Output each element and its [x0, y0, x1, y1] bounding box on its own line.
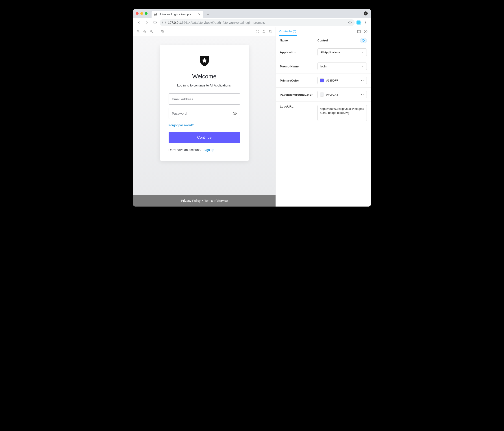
fullscreen-icon[interactable] — [255, 30, 259, 33]
primary-color-input[interactable]: #635DFF <> — [317, 77, 367, 84]
header-name: Name — [280, 39, 317, 42]
logo-url-textarea[interactable]: https://auth0.design/static/images/auth0… — [317, 105, 367, 121]
addon-tabs: Controls (5) — [276, 27, 371, 36]
viewport-icon[interactable] — [161, 30, 164, 33]
zoom-out-icon[interactable] — [143, 30, 147, 33]
url-input[interactable]: 127.0.0.1:56614/data/storybook/?path=/st… — [160, 19, 355, 26]
browser-tab[interactable]: Universal Login - Prompts · St — [152, 11, 203, 18]
signup-link[interactable]: Sign up — [204, 148, 214, 152]
content-area: Welcome Log in to to continue to All App… — [133, 27, 371, 207]
control-primary-color: PrimaryColor #635DFF <> — [276, 73, 371, 88]
password-field[interactable]: Password — [169, 108, 240, 119]
traffic-lights — [136, 9, 152, 18]
color-format-toggle[interactable]: <> — [361, 93, 364, 96]
reset-controls-button[interactable] — [360, 38, 367, 43]
control-logo-url: LogoURL https://auth0.design/static/imag… — [276, 102, 371, 124]
header-control: Control — [317, 39, 360, 42]
address-bar: 127.0.0.1:56614/data/storybook/?path=/st… — [133, 18, 371, 27]
resize-handle-icon[interactable] — [364, 118, 366, 120]
color-format-toggle[interactable]: <> — [361, 79, 364, 82]
forgot-password-link[interactable]: Forgot password? — [169, 123, 194, 127]
controls-tab[interactable]: Controls (5) — [279, 27, 297, 36]
tab-bar: Universal Login - Prompts · St — [133, 9, 371, 18]
preview-frame: Welcome Log in to to continue to All App… — [133, 36, 276, 207]
share-icon[interactable] — [262, 30, 266, 33]
minimize-window-button[interactable] — [140, 12, 143, 15]
browser-menu-button[interactable] — [363, 20, 369, 26]
tab-title: Universal Login - Prompts · St — [159, 13, 196, 16]
chevron-down-icon — [361, 51, 364, 53]
zoom-window-button[interactable] — [145, 12, 147, 15]
terms-link[interactable]: Terms of Service — [204, 199, 228, 202]
auth0-badge-icon — [199, 56, 210, 67]
panel-position-icon[interactable] — [357, 30, 361, 34]
chevron-down-icon — [361, 65, 364, 68]
url-text: 127.0.0.1:56614/data/storybook/?path=/st… — [168, 21, 346, 24]
continue-button[interactable]: Continue — [169, 132, 240, 143]
preview-footer: Privacy Policy • Terms of Service — [133, 195, 276, 207]
control-prompt-name: PromptName login — [276, 59, 371, 73]
tabstrip-menu-button[interactable] — [364, 11, 368, 16]
signup-row: Don't have an account? Sign up — [169, 148, 214, 152]
close-tab-icon[interactable] — [198, 13, 201, 16]
close-panel-icon[interactable] — [364, 30, 368, 34]
site-info-icon[interactable] — [162, 21, 166, 24]
back-button[interactable] — [135, 19, 142, 26]
password-placeholder: Password — [172, 112, 187, 115]
login-subtitle: Log in to to continue to All Application… — [177, 84, 232, 87]
application-select[interactable]: All Applications — [317, 48, 367, 56]
show-password-icon[interactable] — [233, 111, 237, 116]
svg-rect-8 — [357, 30, 360, 33]
forward-button[interactable] — [144, 19, 150, 26]
privacy-link[interactable]: Privacy Policy — [181, 199, 200, 202]
zoom-in-icon[interactable] — [136, 30, 140, 33]
zoom-reset-icon[interactable] — [150, 30, 153, 33]
primary-color-swatch — [320, 79, 324, 82]
control-application: Application All Applications — [276, 45, 371, 59]
login-card: Welcome Log in to to continue to All App… — [160, 45, 249, 161]
prompt-name-select[interactable]: login — [317, 62, 367, 70]
control-page-bg-color: PageBackgroundColor #F0F1F3 <> — [276, 88, 371, 102]
canvas-toolbar — [133, 27, 276, 36]
controls-panel: Controls (5) Name Control Application Al… — [276, 27, 371, 207]
bookmark-icon[interactable] — [348, 21, 352, 25]
copy-icon[interactable] — [269, 30, 272, 33]
email-placeholder: Email address — [172, 97, 193, 101]
page-bg-color-input[interactable]: #F0F1F3 <> — [317, 91, 367, 98]
svg-rect-6 — [270, 31, 272, 33]
reload-button[interactable] — [152, 19, 158, 26]
svg-marker-0 — [348, 21, 352, 24]
controls-header: Name Control — [276, 36, 371, 45]
extension-icon[interactable] — [356, 20, 361, 25]
browser-window: Universal Login - Prompts · St 127.0.0.1… — [133, 9, 371, 207]
story-canvas: Welcome Log in to to continue to All App… — [133, 27, 276, 207]
email-field[interactable]: Email address — [169, 93, 240, 105]
svg-point-7 — [234, 113, 235, 114]
new-tab-button[interactable] — [205, 11, 211, 17]
globe-icon — [154, 13, 157, 16]
no-account-text: Don't have an account? — [169, 148, 202, 152]
toolbar-separator — [157, 29, 157, 34]
close-window-button[interactable] — [136, 12, 139, 15]
footer-separator: • — [202, 199, 203, 202]
page-bg-swatch — [320, 93, 324, 97]
login-title: Welcome — [192, 73, 216, 80]
